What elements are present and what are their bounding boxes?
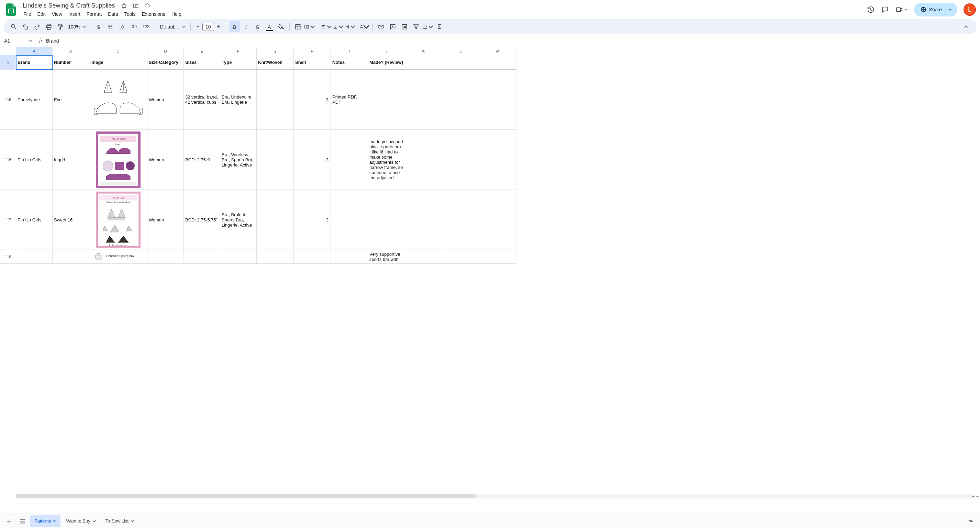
cell-K117[interactable] (405, 190, 442, 250)
cell-A117[interactable]: Pin Up Girls (16, 190, 52, 250)
merge-cells-button[interactable] (304, 21, 315, 32)
more-formats-button[interactable]: 123 (140, 21, 152, 32)
cell-I1[interactable]: Notes (331, 55, 368, 70)
cell-E115[interactable]: 32 vertical band, 42 vertical cups (184, 70, 220, 130)
cell-D118[interactable] (147, 250, 184, 264)
cloud-status-icon[interactable] (143, 2, 151, 10)
cell-B1[interactable]: Number (52, 55, 89, 70)
select-all-corner[interactable] (0, 47, 16, 55)
italic-button[interactable]: I (240, 21, 251, 32)
cell-D117[interactable]: Women (147, 190, 184, 250)
cell-H117[interactable]: 3 (294, 190, 331, 250)
text-wrap-button[interactable] (344, 21, 355, 32)
spreadsheet-grid[interactable]: ABCDEFGHIJKLM1BrandNumberImageSize Categ… (0, 47, 980, 514)
undo-icon[interactable] (20, 21, 31, 32)
formula-input[interactable] (46, 38, 980, 44)
menu-view[interactable]: View (49, 10, 65, 18)
star-icon[interactable] (120, 2, 128, 10)
vertical-align-button[interactable] (332, 21, 344, 32)
font-family-select[interactable]: Defaul... (158, 24, 188, 30)
cell-E1[interactable]: Sizes (184, 55, 220, 70)
column-header-G[interactable]: G (257, 47, 294, 55)
cell-K1[interactable] (405, 55, 442, 70)
cell-E116[interactable]: BCD: 2.75-9" (184, 130, 220, 190)
cell-H116[interactable]: 3 (294, 130, 331, 190)
cell-L1[interactable] (442, 55, 479, 70)
filter-button[interactable] (410, 21, 422, 32)
cell-J118[interactable]: Very supportive sports bra with (368, 250, 405, 264)
comments-icon[interactable] (881, 5, 889, 14)
share-button[interactable]: Share (914, 3, 957, 16)
all-sheets-button[interactable] (16, 515, 29, 527)
column-header-J[interactable]: J (368, 47, 405, 55)
cell-F1[interactable]: Type (220, 55, 257, 70)
cell-D116[interactable]: Women (147, 130, 184, 190)
cell-G116[interactable] (257, 130, 294, 190)
cell-M118[interactable] (479, 250, 517, 264)
cell-F117[interactable]: Bra, Bralette, Sports Bra, Lingerie, Act… (220, 190, 257, 250)
sheets-app-icon[interactable] (4, 3, 18, 16)
sheet-tab-want-to-buy[interactable]: Want to Buy (62, 515, 100, 527)
cell-I117[interactable] (331, 190, 368, 250)
cell-B116[interactable]: Ingrid (52, 130, 89, 190)
menu-format[interactable]: Format (84, 10, 105, 18)
horizontal-scrollbar[interactable] (16, 494, 974, 498)
cell-J115[interactable] (368, 70, 405, 130)
cell-B118[interactable] (52, 250, 89, 264)
cell-E118[interactable] (184, 250, 220, 264)
cell-L117[interactable] (442, 190, 479, 250)
cell-H118[interactable] (294, 250, 331, 264)
paint-format-icon[interactable] (55, 21, 66, 32)
cell-M116[interactable] (479, 130, 517, 190)
cell-I116[interactable] (331, 130, 368, 190)
row-header-116[interactable]: 116 (0, 130, 16, 190)
cell-M1[interactable] (479, 55, 517, 70)
cell-H115[interactable]: 3 (294, 70, 331, 130)
row-header-117[interactable]: 117 (0, 190, 16, 250)
insert-link-button[interactable] (375, 21, 387, 32)
scroll-arrows[interactable]: ◄ ► (971, 494, 980, 498)
cell-G115[interactable] (257, 70, 294, 130)
column-header-M[interactable]: M (479, 47, 517, 55)
cell-E117[interactable]: BCD: 2.75-5.75" (184, 190, 220, 250)
cell-A118[interactable] (16, 250, 52, 264)
functions-button[interactable]: Σ (434, 21, 445, 32)
cell-L118[interactable] (442, 250, 479, 264)
row-header-1[interactable]: 1 (0, 55, 16, 70)
cell-C1[interactable]: Image (89, 55, 147, 70)
collapse-toolbar-icon[interactable] (961, 21, 972, 32)
decrease-font-button[interactable]: − (194, 21, 202, 32)
cell-G117[interactable] (257, 190, 294, 250)
column-header-E[interactable]: E (184, 47, 220, 55)
cell-G1[interactable]: Knit/Woven (257, 55, 294, 70)
redo-icon[interactable] (32, 21, 43, 32)
cell-J117[interactable] (368, 190, 405, 250)
decrease-decimal-button[interactable]: .0← (116, 21, 127, 32)
cell-D115[interactable]: Women (147, 70, 184, 130)
cell-F116[interactable]: Bra, Wireless Bra, Sports Bra, Lingerie,… (220, 130, 257, 190)
sheet-tab-patterns[interactable]: Patterns (30, 515, 60, 527)
menu-insert[interactable]: Insert (66, 10, 83, 18)
cell-K118[interactable] (405, 250, 442, 264)
cell-F115[interactable]: Bra, Underwire Bra, Lingerie (220, 70, 257, 130)
menu-tools[interactable]: Tools (122, 10, 138, 18)
name-box[interactable]: A1 (2, 36, 35, 46)
row-header-118[interactable]: 118 (0, 250, 16, 264)
cell-A115[interactable]: Porcelynne (16, 70, 52, 130)
menu-extensions[interactable]: Extensions (139, 10, 168, 18)
bold-button[interactable]: B (229, 21, 240, 32)
menu-edit[interactable]: Edit (35, 10, 48, 18)
filter-views-button[interactable] (422, 21, 433, 32)
explore-button[interactable] (965, 515, 977, 527)
menu-help[interactable]: Help (169, 10, 184, 18)
column-header-A[interactable]: A (16, 47, 52, 55)
meet-button[interactable] (896, 6, 908, 13)
print-icon[interactable] (43, 21, 54, 32)
cell-I115[interactable]: Printed PDF, PDF (331, 70, 368, 130)
add-sheet-button[interactable] (3, 515, 15, 527)
percent-format-button[interactable]: % (105, 21, 116, 32)
column-header-B[interactable]: B (52, 47, 89, 55)
cell-J1[interactable]: Made? (Review) (368, 55, 405, 70)
history-icon[interactable] (867, 5, 875, 14)
insert-chart-button[interactable] (399, 21, 410, 32)
